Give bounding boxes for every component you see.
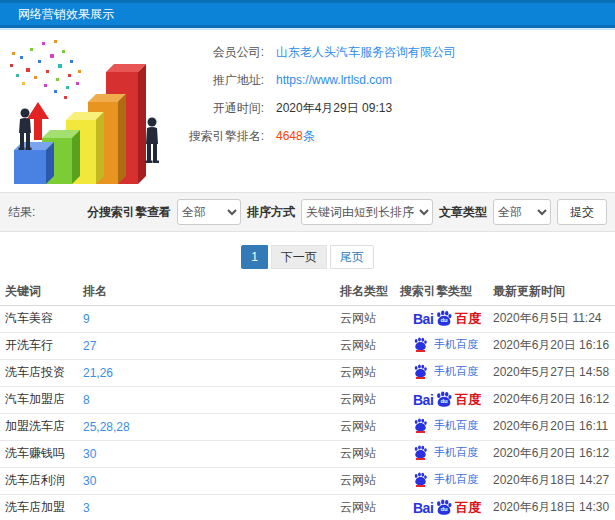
next-page-button[interactable]: 下一页 [271, 245, 327, 269]
confetti-dots [10, 40, 81, 99]
engine-cell: Baidu百度 [400, 494, 493, 520]
engine-filter-select[interactable]: 全部 [177, 199, 241, 225]
keyword-cell: 洗车赚钱吗 [0, 440, 83, 467]
baidu-logo: Baidu百度 [413, 499, 481, 517]
keyword-rank-table: 关键词 排名 排名类型 搜索引擎类型 最新更新时间 汽车美容9云网站Baidu百… [0, 279, 615, 520]
rank-cell[interactable]: 25,28,28 [83, 413, 340, 440]
keyword-cell: 汽车美容 [0, 305, 83, 332]
businessman-right [146, 118, 160, 164]
rank-type-cell: 云网站 [340, 332, 400, 359]
rank-cell[interactable]: 30 [83, 467, 340, 494]
article-type-label: 文章类型 [439, 204, 487, 221]
red-underline [416, 458, 425, 460]
submit-button[interactable]: 提交 [557, 199, 607, 225]
red-underline [416, 485, 425, 487]
baidu-paw-icon [413, 337, 428, 351]
open-time-value: 2020年4月29日 09:13 [276, 100, 392, 117]
engine-cell: 手机百度 [400, 359, 493, 386]
rank-type-cell: 云网站 [340, 359, 400, 386]
open-time-row: 开通时间: 2020年4月29日 09:13 [182, 94, 615, 122]
svg-text:du: du [441, 318, 449, 324]
engine-rank-label: 搜索引擎排名: [182, 128, 264, 145]
keyword-cell: 洗车店利润 [0, 467, 83, 494]
mobile-baidu-logo: 手机百度 [413, 337, 478, 352]
pagination: 1 下一页 尾页 [0, 245, 615, 269]
engine-cell: 手机百度 [400, 332, 493, 359]
engine-rank-unit[interactable]: 条 [303, 128, 315, 145]
mobile-baidu-logo: 手机百度 [413, 445, 478, 460]
page-title: 网络营销效果展示 [18, 6, 114, 23]
red-underline [416, 350, 425, 352]
red-underline [416, 431, 425, 433]
svg-text:du: du [441, 507, 449, 513]
table-row: 汽车美容9云网站Baidu百度2020年6月5日 11:24 [0, 305, 615, 332]
engine-cell: 手机百度 [400, 467, 493, 494]
member-company-link[interactable]: 山东老人头汽车服务咨询有限公司 [276, 44, 456, 61]
open-time-label: 开通时间: [182, 100, 264, 117]
last-page-button[interactable]: 尾页 [330, 245, 374, 269]
app-header: 网络营销效果展示 [0, 0, 615, 28]
update-time-cell: 2020年5月27日 14:58 [493, 359, 615, 386]
baidu-paw-icon [413, 445, 428, 459]
result-label: 结果: [8, 204, 35, 221]
keyword-cell: 洗车店加盟 [0, 494, 83, 520]
update-time-cell: 2020年6月18日 14:30 [493, 494, 615, 520]
rank-cell[interactable]: 9 [83, 305, 340, 332]
red-underline [416, 377, 425, 379]
article-type-select[interactable]: 全部 [493, 199, 551, 225]
baidu-paw-icon [413, 364, 428, 378]
update-time-cell: 2020年6月20日 16:16 [493, 332, 615, 359]
member-company-row: 会员公司: 山东老人头汽车服务咨询有限公司 [182, 38, 615, 66]
promo-url-link[interactable]: https://www.lrtlsd.com [276, 73, 392, 87]
update-time-cell: 2020年6月20日 16:12 [493, 386, 615, 413]
table-row: 洗车店投资21,26云网站手机百度2020年5月27日 14:58 [0, 359, 615, 386]
keyword-cell: 加盟洗车店 [0, 413, 83, 440]
rank-cell[interactable]: 3 [83, 494, 340, 520]
baidu-logo: Baidu百度 [413, 310, 481, 328]
filter-controls: 分搜索引擎查看 全部 排序方式 关键词由短到长排序 文章类型 全部 提交 [87, 199, 607, 225]
rank-cell[interactable]: 27 [83, 332, 340, 359]
col-rank-type: 排名类型 [340, 279, 400, 305]
keyword-cell: 开洗车行 [0, 332, 83, 359]
rank-type-cell: 云网站 [340, 413, 400, 440]
mobile-baidu-logo: 手机百度 [413, 364, 478, 379]
col-update-time: 最新更新时间 [493, 279, 615, 305]
engine-rank-row: 搜索引擎排名: 4648 条 [182, 122, 615, 150]
baidu-logo: Baidu百度 [413, 391, 481, 409]
rank-type-cell: 云网站 [340, 305, 400, 332]
rank-cell[interactable]: 8 [83, 386, 340, 413]
col-engine-type: 搜索引擎类型 [400, 279, 493, 305]
baidu-paw-icon [413, 472, 428, 486]
bar-chart-illustration [0, 30, 182, 188]
company-info: 会员公司: 山东老人头汽车服务咨询有限公司 推广地址: https://www.… [182, 30, 615, 190]
rank-cell[interactable]: 21,26 [83, 359, 340, 386]
update-time-cell: 2020年6月5日 11:24 [493, 305, 615, 332]
table-body: 汽车美容9云网站Baidu百度2020年6月5日 11:24开洗车行27云网站手… [0, 305, 615, 520]
engine-rank-count: 4648 [276, 129, 303, 143]
table-row: 开洗车行27云网站手机百度2020年6月20日 16:16 [0, 332, 615, 359]
engine-filter-label: 分搜索引擎查看 [87, 204, 171, 221]
rank-cell[interactable]: 30 [83, 440, 340, 467]
keyword-cell: 汽车加盟店 [0, 386, 83, 413]
rank-type-cell: 云网站 [340, 494, 400, 520]
update-time-cell: 2020年6月20日 16:12 [493, 440, 615, 467]
baidu-paw-icon [413, 418, 428, 432]
table-row: 洗车店加盟3云网站Baidu百度2020年6月18日 14:30 [0, 494, 615, 520]
mobile-baidu-logo: 手机百度 [413, 472, 478, 487]
sort-select[interactable]: 关键词由短到长排序 [301, 199, 433, 225]
col-rank: 排名 [83, 279, 340, 305]
page-1-button[interactable]: 1 [241, 245, 268, 269]
engine-cell: 手机百度 [400, 440, 493, 467]
summary-section: 会员公司: 山东老人头汽车服务咨询有限公司 推广地址: https://www.… [0, 30, 615, 190]
filter-bar: 结果: 分搜索引擎查看 全部 排序方式 关键词由短到长排序 文章类型 全部 提交 [0, 192, 615, 232]
engine-cell: 手机百度 [400, 413, 493, 440]
table-row: 加盟洗车店25,28,28云网站手机百度2020年6月20日 16:11 [0, 413, 615, 440]
mobile-baidu-logo: 手机百度 [413, 418, 478, 433]
table-row: 汽车加盟店8云网站Baidu百度2020年6月20日 16:12 [0, 386, 615, 413]
rank-type-cell: 云网站 [340, 467, 400, 494]
svg-text:du: du [441, 399, 449, 405]
engine-cell: Baidu百度 [400, 305, 493, 332]
rank-type-cell: 云网站 [340, 440, 400, 467]
sort-label: 排序方式 [247, 204, 295, 221]
baidu-paw-icon: du [435, 391, 453, 407]
